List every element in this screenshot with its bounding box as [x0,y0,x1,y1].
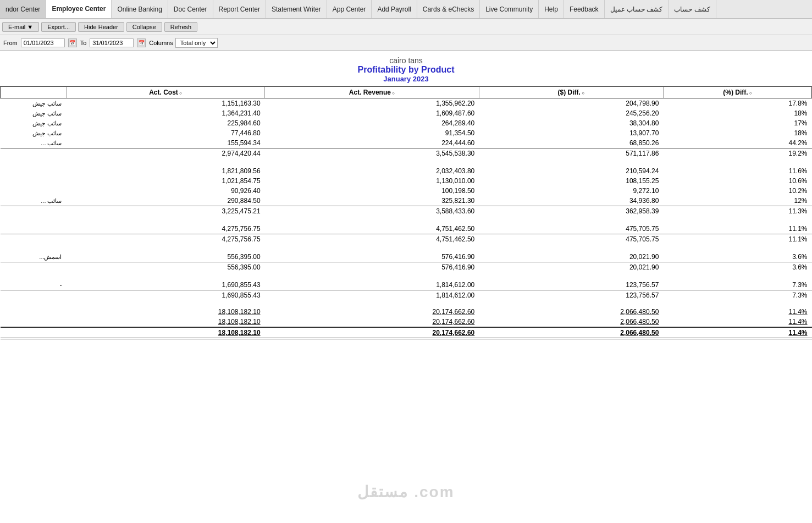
nav-employee-center[interactable]: Employee Center [46,0,112,19]
columns-dropdown[interactable]: Total only [175,38,218,48]
subtotal-row: 3,225,475.21 3,588,433.60 362,958.39 11.… [1,206,812,217]
export-button[interactable]: Export... [41,22,76,32]
to-label: To [80,40,87,46]
table-row: سائب جيش 1,151,163.30 1,355,962.20 204,7… [1,98,812,109]
nav-cards-echecks[interactable]: Cards & eChecks [417,0,480,19]
report-table: Act. Cost Act. Revenue ($) Diff. (%) Dif… [0,86,812,339]
to-calendar-icon[interactable]: 📅 [137,38,146,47]
collapse-button[interactable]: Collapse [126,22,162,32]
columns-select-container: Columns Total only [149,38,217,48]
nav-vendor-center[interactable]: ndor Center [0,0,46,19]
table-row: - 1,690,855.43 1,814,612.00 123,756.57 7… [1,280,812,290]
to-date-input[interactable] [90,38,134,47]
col-act-cost-header[interactable]: Act. Cost [67,87,265,98]
table-row: سائب جيش 77,446.80 91,354.50 13,907.70 1… [1,128,812,138]
nav-statement-writer[interactable]: Statement Writer [266,0,327,19]
company-name: cairo tans [0,56,812,65]
grand-total-row: 18,108,182.10 20,174,662.60 2,066,480.50… [1,327,812,339]
table-row: اسمش... 556,395.00 576,416.90 20,021.90 … [1,252,812,262]
nav-kashf-hesab-ameel[interactable]: كشف حساب عميل [605,0,669,19]
nav-feedback[interactable]: Feedback [564,0,605,19]
table-row: سائب جيش 1,364,231.40 1,609,487.60 245,2… [1,108,812,118]
filter-bar: From 📅 To 📅 Columns Total only [0,35,812,51]
nav-doc-center[interactable]: Doc Center [168,0,213,19]
subtotal-row: 4,275,756.75 4,751,462.50 475,705.75 11.… [1,234,812,245]
subtotal-row: 1,690,855.43 1,814,612.00 123,756.57 7.3… [1,290,812,301]
nav-kashf-hesab[interactable]: كشف حساب [669,0,716,19]
toolbar: E-mail ▼ Export... Hide Header Collapse … [0,19,812,35]
nav-help[interactable]: Help [539,0,564,19]
email-button[interactable]: E-mail ▼ [2,22,39,32]
table-row: سائب جيش 225,984.60 264,289.40 38,304.80… [1,118,812,128]
hide-header-button[interactable]: Hide Header [78,22,124,32]
nav-report-center[interactable]: Report Center [213,0,266,19]
subtotal-row: 556,395.00 576,416.90 20,021.90 3.6% [1,262,812,273]
report-main-title: Profitability by Product [0,65,812,75]
top-nav: ndor Center Employee Center Online Banki… [0,0,812,19]
table-row: 1,021,854.75 1,130,010.00 108,155.25 10.… [1,176,812,186]
report-period: January 2023 [0,75,812,83]
columns-label: Columns [149,40,173,46]
col-dollar-diff-header[interactable]: ($) Diff. [479,87,663,98]
from-label: From [3,40,18,46]
refresh-button[interactable]: Refresh [164,22,198,32]
total-row-1: 18,108,182.10 20,174,662.60 2,066,480.50… [1,307,812,317]
table-row: 1,821,809.56 2,032,403.80 210,594.24 11.… [1,166,812,176]
col-pct-diff-header[interactable]: (%) Diff. [663,87,811,98]
table-row: سائب ... 290,884.50 325,821.30 34,936.80… [1,196,812,206]
subtotal-row: 2,974,420.44 3,545,538.30 571,117.86 19.… [1,148,812,159]
table-row: سائب ... 155,594.34 224,444.60 68,850.26… [1,138,812,148]
total-row-2: 18,108,182.10 20,174,662.60 2,066,480.50… [1,317,812,327]
report-title: cairo tans Profitability by Product Janu… [0,56,812,83]
col-act-revenue-header[interactable]: Act. Revenue [265,87,479,98]
nav-online-banking[interactable]: Online Banking [112,0,168,19]
report-area: cairo tans Profitability by Product Janu… [0,51,812,345]
nav-add-payroll[interactable]: Add Payroll [372,0,417,19]
nav-app-center[interactable]: App Center [327,0,372,19]
from-calendar-icon[interactable]: 📅 [68,38,77,47]
col-name-header [1,87,67,98]
nav-live-community[interactable]: Live Community [480,0,539,19]
from-date-input[interactable] [21,38,65,47]
table-row: 90,926.40 100,198.50 9,272.10 10.2% [1,186,812,196]
table-row: 4,275,756.75 4,751,462.50 475,705.75 11.… [1,224,812,234]
